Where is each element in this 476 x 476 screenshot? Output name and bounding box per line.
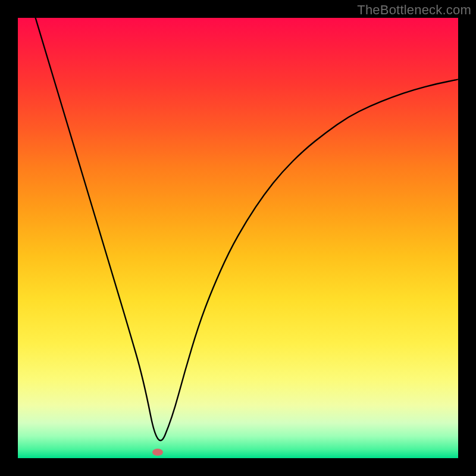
plot-area <box>18 18 458 458</box>
minimum-marker <box>152 449 163 456</box>
watermark-text: TheBottleneck.com <box>357 2 471 18</box>
bottleneck-curve <box>18 18 458 458</box>
